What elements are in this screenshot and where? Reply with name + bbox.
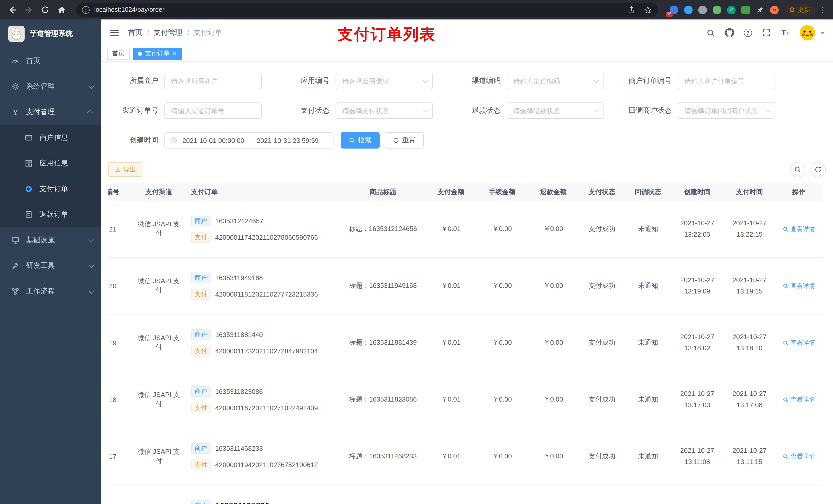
cell-create-time: 2021-10-27 13:17:03 — [671, 388, 723, 411]
cell-channel: 微信 JSAPI 支付 — [130, 277, 187, 295]
sidebar-item-app-info[interactable]: 应用信息 — [0, 150, 101, 176]
tab-pay-order[interactable]: 支付订单 × — [133, 47, 182, 60]
notify-status-select[interactable] — [678, 102, 775, 119]
merchant-order-no: 1635312124657 — [215, 217, 263, 224]
back-icon[interactable] — [5, 3, 20, 17]
view-detail-link[interactable]: 查看详情 — [783, 452, 815, 461]
font-size-icon[interactable]: TT — [781, 28, 790, 38]
breadcrumb-section[interactable]: 支付管理 — [154, 28, 182, 38]
cell-status: 支付成功 — [579, 281, 625, 290]
export-button[interactable]: 导出 — [108, 162, 142, 177]
refund-status-select[interactable] — [507, 102, 604, 119]
app-id-input[interactable] — [336, 73, 433, 89]
merchant-tag: 商户 — [191, 500, 211, 504]
search-button[interactable]: 搜索 — [341, 132, 380, 148]
extension-icon-gray[interactable] — [698, 5, 707, 14]
github-icon[interactable] — [725, 28, 734, 38]
search-icon[interactable] — [706, 28, 715, 38]
cell-id: 21 — [108, 225, 130, 233]
view-detail-link[interactable]: 查看详情 — [783, 282, 815, 290]
bookmark-star-icon[interactable] — [643, 5, 652, 14]
wrench-icon — [10, 262, 21, 270]
app-id-select[interactable] — [336, 73, 433, 89]
refresh-icon[interactable] — [810, 162, 826, 177]
cell-pay-time: 2021-10-27 13:22:15 — [723, 218, 776, 240]
create-time-range-picker[interactable]: 2021-10-01 00:00:00 - 2021-10-31 23:59:5… — [164, 132, 334, 148]
cell-refund: ￥0.00 — [528, 281, 579, 290]
pay-status-input[interactable] — [336, 102, 433, 119]
channel-code-select[interactable] — [507, 73, 604, 89]
col-header-order: 支付订单 — [187, 188, 341, 197]
avatar-dropdown-icon[interactable] — [821, 31, 825, 34]
cell-fee: ￥0.00 — [476, 395, 528, 404]
pay-tag: 支付 — [191, 402, 211, 413]
sidebar-item-payment[interactable]: ¥ 支付管理 — [0, 99, 101, 125]
extension-icon-badge[interactable]: 10 — [670, 5, 678, 14]
extension-icon-square[interactable] — [741, 5, 750, 14]
extension-icon-face[interactable] — [770, 5, 779, 14]
cell-refund: ￥0.00 — [528, 224, 579, 234]
url-text[interactable]: localhost:1024/pay/order — [94, 6, 622, 13]
reset-button[interactable]: 重置 — [385, 132, 424, 148]
channel-order-no-field[interactable] — [164, 102, 262, 119]
view-detail-link[interactable]: 查看详情 — [783, 224, 815, 233]
sidebar-item-workflow[interactable]: 工作流程 — [0, 279, 101, 304]
sidebar-item-merchant-info[interactable]: 商户信息 — [0, 125, 101, 150]
fullscreen-icon[interactable] — [762, 28, 771, 38]
col-header-status: 支付状态 — [579, 188, 625, 197]
channel-order-no-input[interactable] — [164, 102, 262, 119]
view-detail-link[interactable]: 查看详情 — [783, 338, 815, 347]
merchant-order-no-field[interactable] — [678, 73, 775, 89]
site-info-icon[interactable]: i — [82, 6, 90, 14]
filter-label-notify-status: 回调商户状态 — [621, 106, 672, 115]
channel-code-input[interactable] — [507, 73, 604, 89]
tab-home[interactable]: 首页 — [107, 47, 129, 60]
extension-icon-drop[interactable] — [684, 5, 693, 14]
sidebar: 芋道管理系统 首页 系统管理 ¥ 支付管理 — [0, 20, 101, 504]
browser-update-button[interactable]: 更新 — [785, 4, 814, 16]
sidebar-item-infrastructure[interactable]: 基础设施 — [0, 227, 101, 253]
pay-status-select[interactable] — [336, 102, 433, 119]
gear-icon — [10, 82, 21, 91]
help-icon[interactable]: ? — [744, 29, 752, 37]
merchant-input[interactable] — [164, 73, 262, 89]
col-header-action: 操作 — [776, 188, 822, 197]
notify-status-input[interactable] — [678, 102, 775, 119]
avatar[interactable] — [800, 25, 815, 41]
breadcrumb-home[interactable]: 首页 — [128, 28, 142, 38]
sidebar-item-refund-order[interactable]: 退款订单 — [0, 202, 101, 227]
reload-icon[interactable] — [38, 3, 52, 17]
extensions-cluster: 10 ✓ — [665, 5, 783, 14]
view-detail-link[interactable]: 查看详情 — [783, 395, 815, 404]
filter-label-pay-status: 支付状态 — [279, 106, 329, 115]
cell-id: 20 — [108, 282, 130, 290]
toggle-search-icon[interactable] — [790, 162, 805, 177]
cell-pay-time: 2021-10-27 13:17:08 — [723, 388, 776, 411]
sidebar-item-system[interactable]: 系统管理 — [0, 74, 101, 99]
extension-icon-green[interactable] — [713, 5, 721, 14]
refund-status-input[interactable] — [507, 102, 604, 119]
merchant-order-no: 1635311823086 — [215, 387, 263, 395]
merchant-order-no-input[interactable] — [678, 73, 775, 89]
close-icon[interactable]: × — [173, 50, 176, 57]
forward-icon[interactable] — [22, 3, 36, 17]
date-end[interactable]: 2021-10-31 23:59:59 — [257, 137, 318, 144]
cell-title: 标题：1635311881439 — [341, 338, 425, 347]
sidebar-toggle-icon[interactable] — [109, 27, 120, 38]
browser-menu-icon[interactable]: ⋮ — [817, 6, 828, 14]
cell-pay-time: 2021-10-27 13:19:15 — [723, 274, 776, 297]
extension-badge: 10 — [666, 11, 673, 17]
extension-icon-check[interactable]: ✓ — [727, 5, 736, 14]
sidebar-item-pay-order[interactable]: 支付订单 — [0, 176, 101, 202]
pin-icon[interactable] — [756, 5, 764, 14]
address-bar[interactable]: i localhost:1024/pay/order — [76, 3, 658, 17]
home-icon[interactable] — [54, 3, 69, 17]
table-row: 20 微信 JSAPI 支付 商户 1635311949168 — [108, 258, 822, 314]
share-icon[interactable] — [626, 5, 636, 14]
sidebar-item-home[interactable]: 首页 — [0, 48, 101, 74]
cell-refund: ￥0.00 — [528, 338, 579, 347]
sidebar-item-dev-tools[interactable]: 研发工具 — [0, 253, 101, 279]
date-start[interactable]: 2021-10-01 00:00:00 — [182, 137, 244, 144]
merchant-select[interactable] — [164, 73, 262, 89]
cell-create-time: 2021-10-27 13:19:09 — [671, 274, 723, 297]
